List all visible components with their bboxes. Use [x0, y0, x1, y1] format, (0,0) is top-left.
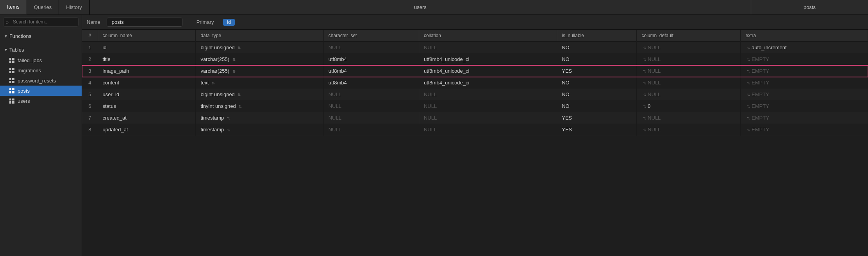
col-header-extra: extra: [741, 30, 868, 42]
col-header-num: #: [82, 30, 98, 42]
main-content: Name Primary id # column_name data_type …: [82, 15, 868, 256]
cell-character-set: NULL: [323, 112, 419, 124]
col-header-column-default: column_default: [637, 30, 741, 42]
cell-collation: NULL: [419, 89, 557, 100]
sidebar-item-label: users: [18, 98, 30, 104]
primary-label: Primary: [196, 19, 214, 25]
table-row[interactable]: 6 status tinyint unsigned ⇅ NULL NULL NO…: [82, 100, 868, 112]
col-header-column-name: column_name: [98, 30, 196, 42]
tab-queries[interactable]: Queries: [27, 0, 59, 14]
cell-data-type: varchar(255) ⇅: [196, 54, 323, 65]
primary-badge: id: [223, 19, 234, 26]
cell-collation: NULL: [419, 100, 557, 112]
table-grid-icon: [9, 77, 15, 84]
cell-data-type: varchar(255) ⇅: [196, 65, 323, 77]
cell-character-set: utf8mb4: [323, 54, 419, 65]
sidebar: ▼ Functions ▼ Tables failed_jobs migrati…: [0, 15, 82, 256]
cell-collation: NULL: [419, 124, 557, 136]
tables-arrow-icon: ▼: [4, 48, 8, 52]
main-layout: ▼ Functions ▼ Tables failed_jobs migrati…: [0, 15, 868, 256]
cell-column-name: title: [98, 54, 196, 65]
cell-character-set: NULL: [323, 89, 419, 100]
table-grid-icon: [9, 98, 15, 104]
col-header-data-type: data_type: [196, 30, 323, 42]
cell-character-set: utf8mb4: [323, 65, 419, 77]
cell-is-nullable: YES: [557, 65, 637, 77]
cell-data-type: timestamp ⇅: [196, 124, 323, 136]
cell-collation: NULL: [419, 112, 557, 124]
cell-extra: ⇅ EMPTY: [741, 100, 868, 112]
cell-data-type: bigint unsigned ⇅: [196, 42, 323, 54]
cell-is-nullable: NO: [557, 100, 637, 112]
sidebar-item-label: password_resets: [18, 78, 56, 84]
columns-table: # column_name data_type character_set co…: [82, 30, 868, 136]
cell-character-set: NULL: [323, 100, 419, 112]
name-input[interactable]: [107, 18, 182, 27]
tables-group-header[interactable]: ▼ Tables: [0, 45, 82, 55]
table-row[interactable]: 2 title varchar(255) ⇅ utf8mb4 utf8mb4_u…: [82, 54, 868, 65]
cell-num: 5: [82, 89, 98, 100]
cell-extra: ⇅ EMPTY: [741, 54, 868, 65]
cell-num: 7: [82, 112, 98, 124]
table-grid-icon: [9, 57, 15, 63]
cell-column-default: ⇅ NULL: [637, 89, 741, 100]
cell-character-set: NULL: [323, 124, 419, 136]
cell-num: 3: [82, 65, 98, 77]
table-grid-icon: [9, 88, 15, 94]
tables-label: Tables: [9, 47, 24, 53]
cell-collation: utf8mb4_unicode_ci: [419, 77, 557, 89]
sidebar-functions-section: ▼ Functions: [0, 29, 82, 43]
table-row[interactable]: 7 created_at timestamp ⇅ NULL NULL YES ⇅…: [82, 112, 868, 124]
sidebar-item-password-resets[interactable]: password_resets: [0, 75, 82, 86]
cell-column-name: id: [98, 42, 196, 54]
cell-data-type: timestamp ⇅: [196, 112, 323, 124]
sidebar-item-migrations[interactable]: migrations: [0, 65, 82, 75]
cell-is-nullable: YES: [557, 112, 637, 124]
cell-num: 4: [82, 77, 98, 89]
cell-data-type: tinyint unsigned ⇅: [196, 100, 323, 112]
search-bar: [0, 15, 82, 29]
cell-column-default: ⇅ NULL: [637, 65, 741, 77]
center-table-name: users: [90, 0, 751, 14]
table-row[interactable]: 3 image_path varchar(255) ⇅ utf8mb4 utf8…: [82, 65, 868, 77]
table-row[interactable]: 4 content text ⇅ utf8mb4 utf8mb4_unicode…: [82, 77, 868, 89]
cell-extra: ⇅ auto_increment: [741, 42, 868, 54]
table-header-row: # column_name data_type character_set co…: [82, 30, 868, 42]
sidebar-item-users[interactable]: users: [0, 96, 82, 106]
cell-collation: NULL: [419, 42, 557, 54]
cell-is-nullable: NO: [557, 54, 637, 65]
cell-data-type: bigint unsigned ⇅: [196, 89, 323, 100]
cell-extra: ⇅ EMPTY: [741, 89, 868, 100]
cell-data-type: text ⇅: [196, 77, 323, 89]
cell-collation: utf8mb4_unicode_ci: [419, 54, 557, 65]
cell-column-name: content: [98, 77, 196, 89]
right-table-name: posts: [751, 0, 868, 14]
table-row[interactable]: 8 updated_at timestamp ⇅ NULL NULL YES ⇅…: [82, 124, 868, 136]
table-row[interactable]: 5 user_id bigint unsigned ⇅ NULL NULL NO…: [82, 89, 868, 100]
tab-history[interactable]: History: [59, 0, 89, 14]
name-bar: Name Primary id: [82, 15, 868, 30]
columns-table-wrapper: # column_name data_type character_set co…: [82, 30, 868, 256]
search-input[interactable]: [3, 17, 79, 27]
cell-character-set: utf8mb4: [323, 77, 419, 89]
functions-group-header[interactable]: ▼ Functions: [0, 31, 82, 41]
sidebar-tables-section: ▼ Tables failed_jobs migrations passwor: [0, 43, 82, 107]
sidebar-item-label: failed_jobs: [18, 57, 42, 63]
cell-extra: ⇅ EMPTY: [741, 112, 868, 124]
cell-is-nullable: NO: [557, 89, 637, 100]
cell-column-name: image_path: [98, 65, 196, 77]
search-wrapper: [3, 17, 79, 27]
sidebar-item-failed-jobs[interactable]: failed_jobs: [0, 55, 82, 65]
cell-column-default: ⇅ NULL: [637, 112, 741, 124]
functions-label: Functions: [9, 33, 31, 39]
col-header-is-nullable: is_nullable: [557, 30, 637, 42]
sidebar-item-posts[interactable]: posts: [0, 86, 82, 96]
col-header-collation: collation: [419, 30, 557, 42]
cell-column-name: updated_at: [98, 124, 196, 136]
table-row[interactable]: 1 id bigint unsigned ⇅ NULL NULL NO ⇅ NU…: [82, 42, 868, 54]
functions-arrow-icon: ▼: [4, 34, 8, 38]
cell-is-nullable: NO: [557, 77, 637, 89]
cell-extra: ⇅ EMPTY: [741, 65, 868, 77]
tab-items[interactable]: Items: [0, 0, 27, 14]
cell-num: 8: [82, 124, 98, 136]
